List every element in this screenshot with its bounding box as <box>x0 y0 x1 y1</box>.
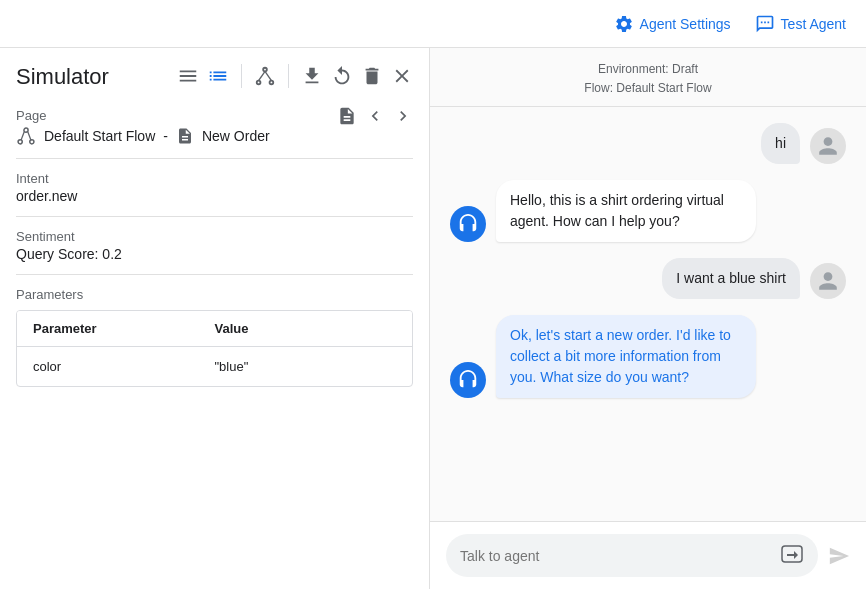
chat-messages: hi Hello, this is a shirt ordering virtu… <box>430 107 866 521</box>
top-bar: Agent Settings Test Agent <box>0 0 866 48</box>
parameters-label: Parameters <box>16 287 413 302</box>
chat-input-wrapper[interactable] <box>446 534 818 577</box>
svg-line-4 <box>265 71 271 80</box>
param-table-header: Parameter Value <box>17 311 412 347</box>
query-score: Query Score: 0.2 <box>16 246 413 262</box>
env-line1: Environment: Draft <box>430 60 866 79</box>
svg-point-7 <box>30 140 34 144</box>
agent-bubble-1: Hello, this is a shirt ordering virtual … <box>496 180 756 242</box>
flow-name: Default Start Flow <box>44 128 155 144</box>
send-icon <box>828 545 850 567</box>
svg-point-1 <box>257 81 261 85</box>
chat-icon <box>755 14 775 34</box>
page-controls <box>337 106 413 126</box>
agent-bubble-2: Ok, let's start a new order. I'd like to… <box>496 315 756 398</box>
simulator-toolbar <box>177 64 413 88</box>
parameters-table: Parameter Value color "blue" <box>16 310 413 387</box>
test-agent-label: Test Agent <box>781 16 846 32</box>
user-avatar-2 <box>810 263 846 299</box>
user-message-1-text: hi <box>775 135 786 151</box>
flow-row: Default Start Flow - New Order <box>16 126 413 146</box>
param-name-cell: color <box>33 359 215 374</box>
headset-icon-2 <box>457 369 479 391</box>
divider-2 <box>16 216 413 217</box>
delete-icon[interactable] <box>361 65 383 87</box>
param-col-header: Parameter <box>33 321 215 336</box>
agent-avatar-2 <box>450 362 486 398</box>
page-name: New Order <box>202 128 270 144</box>
hamburger-icon[interactable] <box>177 65 199 87</box>
page-row: Page <box>16 106 413 126</box>
message-row-3: I want a blue shirt <box>450 258 846 299</box>
agent-avatar-1 <box>450 206 486 242</box>
intent-value: order.new <box>16 188 413 204</box>
left-panel: Simulator <box>0 48 430 589</box>
list-icon[interactable] <box>207 65 229 87</box>
chat-input[interactable] <box>460 548 772 564</box>
user-bubble-1: hi <box>761 123 800 164</box>
chevron-right-icon[interactable] <box>393 106 413 126</box>
input-icon-button[interactable] <box>780 542 804 569</box>
agent-settings-label: Agent Settings <box>640 16 731 32</box>
flow-icon[interactable] <box>254 65 276 87</box>
person-icon-1 <box>817 135 839 157</box>
message-row-4: Ok, let's start a new order. I'd like to… <box>450 315 846 398</box>
svg-line-3 <box>259 71 265 80</box>
toolbar-divider-2 <box>288 64 289 88</box>
refresh-icon[interactable] <box>331 65 353 87</box>
simulator-title: Simulator <box>16 64 109 90</box>
param-value-cell: "blue" <box>215 359 397 374</box>
chat-env-info: Environment: Draft Flow: Default Start F… <box>430 48 866 107</box>
divider-1 <box>16 158 413 159</box>
agent-message-1-text: Hello, this is a shirt ordering virtual … <box>510 192 724 229</box>
headset-icon-1 <box>457 213 479 235</box>
flow-node-icon <box>16 126 36 146</box>
intent-label: Intent <box>16 171 413 186</box>
page-doc-icon <box>176 127 194 145</box>
message-row-2: Hello, this is a shirt ordering virtual … <box>450 180 846 242</box>
enter-icon <box>780 542 804 566</box>
gear-icon <box>614 14 634 34</box>
message-row-1: hi <box>450 123 846 164</box>
test-agent-button[interactable]: Test Agent <box>755 14 846 34</box>
person-icon-2 <box>817 270 839 292</box>
chat-input-row <box>430 521 866 589</box>
send-button[interactable] <box>828 545 850 567</box>
document-icon[interactable] <box>337 106 357 126</box>
chevron-left-icon[interactable] <box>365 106 385 126</box>
parameters-section: Parameters Parameter Value color "blue" <box>16 287 413 387</box>
svg-point-2 <box>270 81 274 85</box>
chat-panel: Environment: Draft Flow: Default Start F… <box>430 48 866 589</box>
svg-point-0 <box>263 68 267 72</box>
user-bubble-2: I want a blue shirt <box>662 258 800 299</box>
table-row: color "blue" <box>17 347 412 386</box>
simulator-title-container: Simulator <box>16 64 413 94</box>
user-avatar-1 <box>810 128 846 164</box>
toolbar-divider <box>241 64 242 88</box>
sentiment-section: Sentiment Query Score: 0.2 <box>16 229 413 262</box>
svg-point-6 <box>18 140 22 144</box>
user-message-2-text: I want a blue shirt <box>676 270 786 286</box>
divider-3 <box>16 274 413 275</box>
value-col-header: Value <box>215 321 397 336</box>
intent-section: Intent order.new <box>16 171 413 204</box>
page-section: Page <box>16 106 413 146</box>
sentiment-label: Sentiment <box>16 229 413 244</box>
close-icon[interactable] <box>391 65 413 87</box>
agent-settings-button[interactable]: Agent Settings <box>614 14 731 34</box>
page-label: Page <box>16 108 46 123</box>
env-line2: Flow: Default Start Flow <box>430 79 866 98</box>
flow-separator: - <box>163 128 168 144</box>
svg-line-8 <box>21 131 24 140</box>
agent-message-2-text: Ok, let's start a new order. I'd like to… <box>510 327 731 385</box>
main-layout: Simulator <box>0 48 866 589</box>
download-icon[interactable] <box>301 65 323 87</box>
svg-line-9 <box>28 131 31 140</box>
